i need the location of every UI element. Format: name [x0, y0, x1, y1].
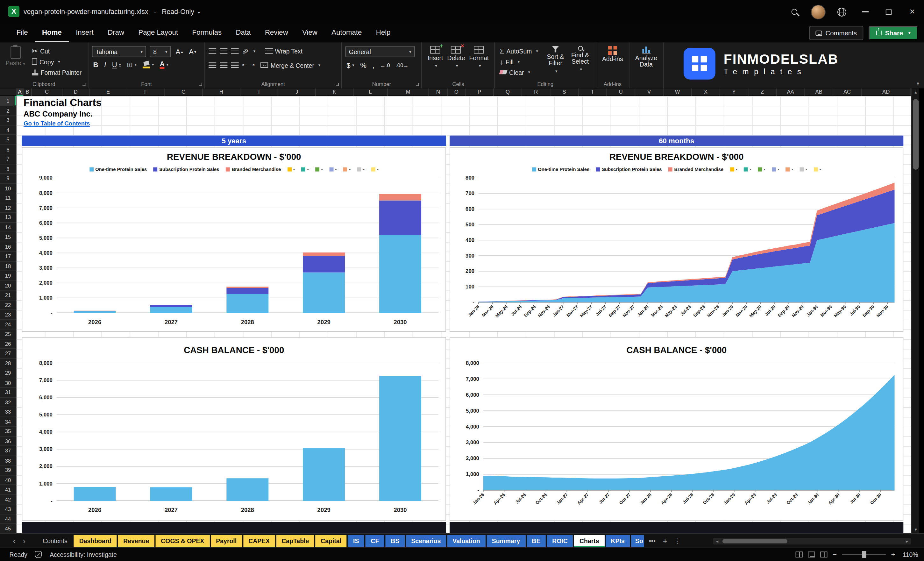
italic-button[interactable]: I	[103, 61, 107, 69]
column-header-K[interactable]: K	[316, 88, 353, 96]
row-header-32[interactable]: 32	[0, 398, 16, 407]
accessibility-status[interactable]: Accessibility: Investigate	[50, 551, 117, 558]
minimize-button[interactable]	[854, 0, 877, 24]
row-header-11[interactable]: 11	[0, 193, 16, 203]
column-header-AC[interactable]: AC	[833, 88, 862, 96]
column-header-D[interactable]: D	[62, 88, 90, 96]
decrease-indent-icon[interactable]: ⇤	[242, 62, 247, 68]
row-header-29[interactable]: 29	[0, 368, 16, 378]
title-chevron-down-icon[interactable]: ▾	[198, 10, 200, 15]
row-header-23[interactable]: 23	[0, 310, 16, 320]
close-button[interactable]: ×	[900, 0, 924, 24]
fill-color-button[interactable]: ▾	[141, 61, 155, 68]
menu-tab-formulas[interactable]: Formulas	[185, 24, 229, 42]
account-avatar[interactable]	[806, 0, 830, 24]
font-size-select[interactable]: 8▾	[150, 46, 171, 57]
column-header-J[interactable]: J	[278, 88, 316, 96]
align-middle-icon[interactable]	[220, 48, 227, 54]
row-header-12[interactable]: 12	[0, 203, 16, 213]
menu-tab-file[interactable]: File	[9, 24, 35, 42]
sheet-tab-so[interactable]: So	[631, 535, 644, 548]
scroll-up-icon[interactable]: ▴	[912, 90, 920, 95]
chart-cash-balance-60m[interactable]: CASH BALANCE - $'000 8,0007,0006,0005,00…	[450, 337, 903, 521]
column-header-AB[interactable]: AB	[805, 88, 833, 96]
row-header-35[interactable]: 35	[0, 427, 16, 436]
column-header-AD[interactable]: AD	[862, 88, 911, 96]
format-painter-button[interactable]: Format Painter	[32, 67, 81, 77]
row-header-28[interactable]: 28	[0, 358, 16, 368]
sheet-tab-valuation[interactable]: Valuation	[447, 535, 486, 548]
tab-scroll-left-icon[interactable]: ‹	[9, 535, 20, 548]
row-header-8[interactable]: 8	[0, 164, 16, 174]
row-header-44[interactable]: 44	[0, 514, 16, 524]
row-header-20[interactable]: 20	[0, 281, 16, 291]
orientation-icon[interactable]: ab	[241, 47, 249, 55]
sheet-tab-capex[interactable]: CAPEX	[243, 535, 275, 548]
sheet-tab-payroll[interactable]: Payroll	[211, 535, 242, 548]
row-header-24[interactable]: 24	[0, 320, 16, 330]
menu-tab-view[interactable]: View	[295, 24, 324, 42]
row-header-43[interactable]: 43	[0, 504, 16, 514]
row-header-3[interactable]: 3	[0, 116, 16, 126]
menu-tab-page-layout[interactable]: Page Layout	[131, 24, 185, 42]
decrease-decimal-button[interactable]: .00→	[395, 62, 410, 69]
alignment-dialog-launcher-icon[interactable]	[336, 83, 339, 86]
comma-format-button[interactable]: ,	[371, 61, 376, 69]
row-header-25[interactable]: 25	[0, 330, 16, 339]
zoom-out-button[interactable]: −	[832, 550, 837, 559]
column-header-W[interactable]: W	[663, 88, 692, 96]
row-header-17[interactable]: 17	[0, 252, 16, 261]
menu-tab-insert[interactable]: Insert	[69, 24, 100, 42]
column-header-R[interactable]: R	[522, 88, 550, 96]
row-header-34[interactable]: 34	[0, 417, 16, 427]
column-header-L[interactable]: L	[353, 88, 387, 96]
tab-scroll-right-icon[interactable]: ›	[19, 535, 29, 548]
page-layout-view-icon[interactable]	[808, 552, 815, 558]
percent-format-button[interactable]: %	[359, 61, 368, 69]
bold-button[interactable]: B	[92, 61, 99, 69]
row-header-4[interactable]: 4	[0, 125, 16, 135]
row-header-5[interactable]: 5	[0, 135, 16, 145]
vertical-scroll-thumb[interactable]	[913, 99, 919, 170]
align-left-icon[interactable]	[208, 62, 216, 68]
scroll-right-icon[interactable]: ▸	[903, 539, 911, 544]
row-header-16[interactable]: 16	[0, 242, 16, 252]
sheet-tab-cf[interactable]: CF	[366, 535, 384, 548]
delete-cells-button[interactable]: Delete▾	[447, 46, 465, 69]
zoom-level[interactable]: 110%	[900, 551, 918, 558]
fill-button[interactable]: ↓Fill▾	[500, 57, 538, 66]
column-header-AA[interactable]: AA	[777, 88, 805, 96]
vertical-scrollbar[interactable]: ▴ ▾	[911, 88, 919, 533]
clear-button[interactable]: Clear▾	[500, 67, 538, 77]
font-family-select[interactable]: Tahoma▾	[92, 46, 146, 57]
share-button[interactable]: Share ▾	[868, 26, 918, 40]
row-header-37[interactable]: 37	[0, 446, 16, 456]
row-header-26[interactable]: 26	[0, 339, 16, 349]
comments-button[interactable]: Comments	[809, 26, 864, 40]
increase-decimal-button[interactable]: ←.0	[379, 62, 391, 69]
horizontal-scrollbar[interactable]: ◂ ▸	[713, 538, 911, 544]
row-header-10[interactable]: 10	[0, 184, 16, 194]
zoom-in-button[interactable]: +	[891, 550, 895, 559]
sheet-tab-charts[interactable]: Charts	[574, 535, 604, 548]
select-all-corner[interactable]	[0, 88, 16, 96]
column-header-E[interactable]: E	[90, 88, 127, 96]
sheet-tab-be[interactable]: BE	[526, 535, 546, 548]
toc-link[interactable]: Go to Table of Contents	[24, 120, 90, 127]
column-header-A[interactable]: A	[16, 88, 24, 96]
chart-revenue-breakdown-60m[interactable]: REVENUE BREAKDOWN - $'000 One-time Prote…	[450, 147, 903, 332]
row-header-21[interactable]: 21	[0, 290, 16, 300]
row-header-31[interactable]: 31	[0, 388, 16, 398]
add-sheet-button[interactable]: +	[659, 535, 671, 548]
column-header-V[interactable]: V	[635, 88, 663, 96]
menu-tab-review[interactable]: Review	[258, 24, 295, 42]
sheet-tab-cogs-opex[interactable]: COGS & OPEX	[156, 535, 210, 548]
collapse-ribbon-icon[interactable]: ▾	[916, 81, 919, 87]
column-header-N[interactable]: N	[429, 88, 448, 96]
column-header-X[interactable]: X	[692, 88, 720, 96]
normal-view-icon[interactable]	[796, 552, 803, 558]
sheet-tab-capital[interactable]: Capital	[315, 535, 347, 548]
font-color-button[interactable]: A▾	[159, 61, 170, 69]
column-header-Y[interactable]: Y	[720, 88, 748, 96]
align-bottom-icon[interactable]	[231, 48, 239, 54]
